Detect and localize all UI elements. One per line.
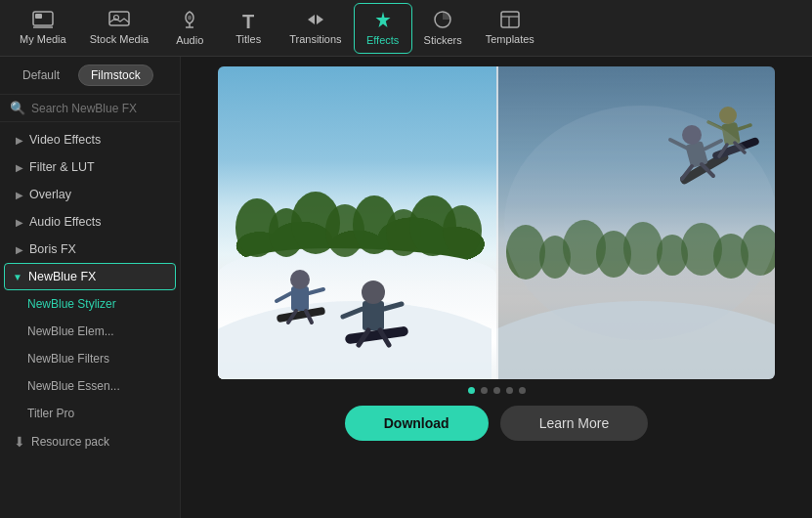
- chevron-right-icon: ▶: [16, 135, 23, 146]
- svg-rect-22: [291, 286, 309, 311]
- chevron-right-icon-5: ▶: [16, 244, 23, 255]
- sidebar-item-audio-effects[interactable]: ▶ Audio Effects: [0, 208, 180, 236]
- titles-icon: T: [242, 12, 254, 31]
- nav-transitions-label: Transitions: [289, 33, 341, 45]
- dot-3[interactable]: [493, 387, 500, 394]
- svg-rect-29: [363, 301, 384, 330]
- my-media-icon: [32, 11, 54, 31]
- svg-rect-9: [501, 12, 519, 27]
- sidebar-sub-newblue-filters[interactable]: NewBlue Filters: [0, 345, 180, 372]
- scene-divider: [496, 66, 498, 379]
- dots-indicator: [468, 387, 526, 394]
- sidebar-item-filter-lut[interactable]: ▶ Filter & LUT: [0, 153, 180, 181]
- filter-tab-default[interactable]: Default: [10, 65, 72, 86]
- svg-rect-1: [35, 14, 42, 19]
- bottom-buttons: Download Learn More: [345, 406, 648, 441]
- filter-tabs-group: Default Filmstock: [10, 65, 153, 86]
- scene-svg-right: [496, 66, 775, 379]
- main-layout: Default Filmstock 🔍 ▶ Video Effects ▶ Fi…: [0, 57, 812, 518]
- nav-stock-media-label: Stock Media: [90, 33, 150, 45]
- search-box: 🔍: [0, 95, 180, 122]
- sidebar-resource-pack[interactable]: ⬇ Resource pack: [0, 427, 180, 456]
- dot-4[interactable]: [506, 387, 513, 394]
- dot-1[interactable]: [468, 387, 475, 394]
- nav-stickers-label: Stickers: [424, 34, 462, 46]
- sidebar-item-video-effects[interactable]: ▶ Video Effects: [0, 126, 180, 153]
- svg-point-54: [719, 107, 737, 124]
- sidebar-section-label: NewBlue FX: [28, 270, 96, 283]
- download-button[interactable]: Download: [345, 406, 489, 441]
- video-preview: [218, 66, 775, 379]
- scene-left: [218, 66, 496, 379]
- sidebar-section-label: Audio Effects: [29, 215, 101, 229]
- svg-point-19: [443, 205, 482, 256]
- chevron-down-icon: ▼: [13, 272, 22, 282]
- stickers-icon: [433, 10, 452, 32]
- sidebar-sub-newblue-elem[interactable]: NewBlue Elem...: [0, 318, 180, 345]
- nav-templates-label: Templates: [486, 33, 534, 45]
- sidebar-list: ▶ Video Effects ▶ Filter & LUT ▶ Overlay…: [0, 122, 180, 518]
- audio-icon: [181, 10, 198, 32]
- svg-line-24: [277, 293, 291, 301]
- effects-icon: [373, 10, 393, 32]
- dot-2[interactable]: [481, 387, 488, 394]
- sidebar-sub-titler-pro[interactable]: Titler Pro: [0, 400, 180, 427]
- dot-5[interactable]: [519, 387, 526, 394]
- top-nav: My Media Stock Media Audio T Titles: [0, 0, 812, 57]
- chevron-right-icon-2: ▶: [16, 162, 23, 173]
- stock-media-icon: [108, 11, 130, 31]
- scene-svg-left: [218, 66, 491, 379]
- nav-titles-label: Titles: [235, 33, 261, 45]
- nav-titles[interactable]: T Titles: [219, 3, 278, 54]
- nav-my-media-label: My Media: [20, 33, 66, 45]
- svg-point-23: [290, 270, 310, 289]
- svg-point-30: [362, 281, 385, 304]
- sidebar-filter-tabs: Default Filmstock: [0, 57, 180, 95]
- svg-point-59: [504, 106, 775, 340]
- chevron-right-icon-3: ▶: [16, 190, 23, 200]
- sidebar-item-overlay[interactable]: ▶ Overlay: [0, 181, 180, 208]
- filter-tab-filmstock[interactable]: Filmstock: [78, 65, 153, 86]
- svg-line-56: [739, 125, 750, 129]
- nav-stickers[interactable]: Stickers: [412, 3, 474, 54]
- sidebar-section-label: Video Effects: [29, 133, 101, 147]
- chevron-right-icon-4: ▶: [16, 217, 23, 228]
- scene-right: [496, 66, 775, 379]
- nav-audio[interactable]: Audio: [160, 3, 219, 54]
- resource-pack-icon: ⬇: [14, 434, 25, 450]
- svg-rect-3: [109, 12, 129, 25]
- sidebar-section-label: Boris FX: [29, 242, 76, 256]
- nav-templates[interactable]: Templates: [474, 3, 546, 54]
- nav-my-media[interactable]: My Media: [8, 3, 78, 54]
- sidebar-section-label: Overlay: [29, 188, 71, 201]
- svg-point-7: [188, 16, 192, 21]
- nav-stock-media[interactable]: Stock Media: [78, 3, 161, 54]
- sidebar-sub-newblue-essen[interactable]: NewBlue Essen...: [0, 372, 180, 400]
- svg-line-25: [309, 289, 323, 293]
- video-preview-container: [218, 66, 775, 379]
- sidebar: Default Filmstock 🔍 ▶ Video Effects ▶ Fi…: [0, 57, 181, 518]
- transitions-icon: [305, 11, 326, 31]
- learn-more-button[interactable]: Learn More: [500, 406, 649, 441]
- sidebar-section-label: Filter & LUT: [29, 160, 95, 174]
- nav-effects[interactable]: Effects: [354, 3, 412, 54]
- sidebar-item-newblue-fx[interactable]: ▼ NewBlue FX: [4, 263, 176, 290]
- sidebar-item-boris-fx[interactable]: ▶ Boris FX: [0, 236, 180, 263]
- content-area: Download Learn More: [181, 57, 812, 518]
- nav-transitions[interactable]: Transitions: [278, 3, 353, 54]
- sidebar-sub-newblue-stylizer[interactable]: NewBlue Stylizer: [0, 290, 180, 318]
- search-input[interactable]: [31, 102, 178, 115]
- templates-icon: [500, 11, 520, 31]
- nav-audio-label: Audio: [176, 34, 203, 46]
- nav-effects-label: Effects: [366, 34, 399, 46]
- search-icon: 🔍: [10, 101, 25, 115]
